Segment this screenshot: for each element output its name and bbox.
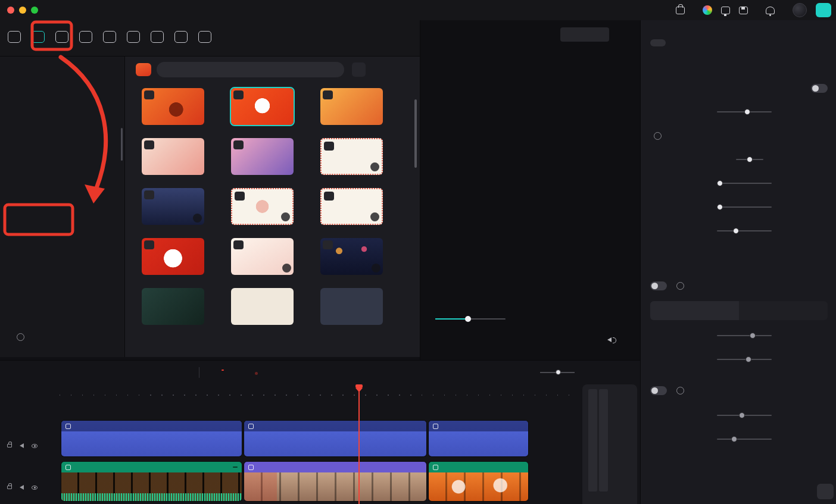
extended-mode-tab[interactable] bbox=[739, 301, 828, 320]
autonormalize-toggle[interactable] bbox=[811, 84, 828, 93]
fade-length-slider[interactable] bbox=[717, 439, 772, 440]
media-scrollbar[interactable] bbox=[414, 99, 417, 168]
media-thumbnail[interactable] bbox=[142, 138, 204, 175]
reset-button[interactable] bbox=[817, 484, 834, 499]
media-thumbnail[interactable] bbox=[231, 238, 294, 275]
mute-icon[interactable] bbox=[20, 443, 24, 448]
tab-basic[interactable] bbox=[650, 39, 666, 46]
media-item[interactable] bbox=[142, 138, 212, 179]
clarity-slider[interactable] bbox=[717, 335, 772, 336]
tab-templates[interactable] bbox=[194, 31, 216, 45]
tab-stickers[interactable] bbox=[170, 31, 192, 45]
video-clip[interactable] bbox=[61, 462, 242, 501]
library-header[interactable] bbox=[0, 60, 124, 70]
media-thumbnail[interactable] bbox=[231, 188, 294, 225]
sidebar-item-premium[interactable] bbox=[0, 134, 124, 155]
sidebar-item-newyear[interactable] bbox=[0, 198, 124, 220]
fade-in-slider[interactable] bbox=[717, 183, 772, 184]
tab-filters[interactable] bbox=[146, 31, 168, 45]
media-item[interactable] bbox=[231, 138, 301, 179]
text-clip[interactable] bbox=[61, 421, 242, 456]
sidebar-item-space[interactable] bbox=[0, 155, 124, 177]
sidebar-item-loop[interactable] bbox=[0, 284, 124, 305]
fade-out-slider[interactable] bbox=[717, 206, 772, 208]
zoom-button[interactable] bbox=[31, 7, 38, 14]
media-thumbnail[interactable] bbox=[142, 238, 204, 275]
select-tool-icon[interactable] bbox=[24, 368, 43, 377]
sidebar-item-particle[interactable] bbox=[0, 220, 124, 241]
sidebar-item-christmas[interactable] bbox=[0, 112, 124, 134]
tab-transition[interactable] bbox=[99, 31, 120, 45]
media-thumbnail[interactable] bbox=[142, 88, 204, 125]
hide-icon[interactable] bbox=[32, 444, 38, 448]
hide-icon[interactable] bbox=[32, 486, 38, 490]
close-button[interactable] bbox=[7, 7, 14, 14]
notifications-icon[interactable] bbox=[766, 7, 775, 14]
sidebar-item-anime[interactable] bbox=[0, 177, 124, 198]
video-clip[interactable] bbox=[429, 462, 528, 501]
video-preview[interactable] bbox=[423, 121, 632, 242]
media-thumbnail-selected[interactable] bbox=[231, 88, 294, 125]
download-icon[interactable] bbox=[372, 264, 380, 273]
download-icon[interactable] bbox=[282, 264, 291, 273]
tab-media[interactable] bbox=[4, 31, 25, 45]
media-item[interactable] bbox=[320, 138, 391, 179]
media-item[interactable] bbox=[142, 88, 212, 129]
media-item[interactable] bbox=[231, 88, 301, 129]
media-item-partial[interactable] bbox=[231, 288, 301, 325]
media-item[interactable] bbox=[231, 238, 301, 278]
media-item-partial[interactable] bbox=[320, 288, 391, 325]
tab-noise-removal[interactable] bbox=[673, 39, 688, 46]
scrubber-handle[interactable] bbox=[465, 316, 471, 322]
store-icon[interactable] bbox=[676, 7, 685, 14]
mute-icon[interactable] bbox=[20, 485, 24, 490]
tab-audio[interactable] bbox=[51, 31, 73, 45]
media-item-partial[interactable] bbox=[142, 288, 212, 325]
media-thumbnail[interactable] bbox=[320, 188, 383, 225]
ai-voice-toggle[interactable] bbox=[650, 281, 667, 290]
minimize-button[interactable] bbox=[19, 7, 26, 14]
pitch-slider[interactable] bbox=[717, 230, 772, 231]
sidebar-item-partner[interactable] bbox=[0, 327, 124, 347]
speaker-icon[interactable] bbox=[607, 337, 616, 343]
media-thumbnail[interactable] bbox=[231, 138, 294, 175]
timeline-ruler[interactable] bbox=[60, 384, 572, 400]
playhead[interactable] bbox=[358, 386, 360, 504]
search-input[interactable] bbox=[167, 65, 338, 74]
sidebar-item-technology[interactable] bbox=[0, 241, 124, 262]
device-icon[interactable] bbox=[721, 7, 730, 14]
ducking-toggle[interactable] bbox=[650, 386, 667, 395]
media-item[interactable] bbox=[320, 88, 391, 129]
media-item[interactable] bbox=[142, 238, 212, 278]
download-icon[interactable] bbox=[193, 214, 202, 223]
media-item[interactable] bbox=[142, 188, 212, 228]
text-clip[interactable] bbox=[244, 421, 426, 456]
tab-title[interactable] bbox=[75, 31, 96, 45]
volume-slider[interactable] bbox=[717, 111, 772, 112]
filter-all-button[interactable] bbox=[352, 62, 366, 77]
media-thumbnail[interactable] bbox=[320, 138, 383, 175]
media-item[interactable] bbox=[320, 188, 391, 228]
media-thumbnail[interactable] bbox=[142, 188, 204, 225]
timeline-zoom-slider[interactable] bbox=[540, 372, 575, 373]
category-icon[interactable] bbox=[136, 63, 151, 76]
download-icon[interactable] bbox=[281, 212, 290, 221]
media-thumbnail[interactable] bbox=[320, 238, 383, 275]
export-button[interactable] bbox=[816, 3, 831, 17]
ducking-amount-slider[interactable] bbox=[717, 415, 772, 416]
sidebar-scrollbar[interactable] bbox=[121, 128, 123, 161]
lock-icon[interactable] bbox=[7, 486, 12, 489]
sidebar-item-fujisan[interactable] bbox=[0, 70, 124, 91]
download-icon[interactable] bbox=[370, 162, 379, 171]
sidebar-item-wedding[interactable] bbox=[0, 262, 124, 284]
quick-mode-tab[interactable] bbox=[650, 301, 739, 320]
sidebar-item-hana[interactable] bbox=[0, 91, 124, 112]
media-thumbnail[interactable] bbox=[320, 88, 383, 125]
tab-stock[interactable] bbox=[27, 31, 49, 45]
balance-slider[interactable] bbox=[736, 159, 763, 160]
tab-effects[interactable] bbox=[123, 31, 144, 45]
video-clip[interactable] bbox=[244, 462, 426, 501]
media-item[interactable] bbox=[320, 238, 391, 278]
beautify-slider[interactable] bbox=[717, 359, 772, 360]
preview-scrubber[interactable] bbox=[435, 318, 506, 320]
